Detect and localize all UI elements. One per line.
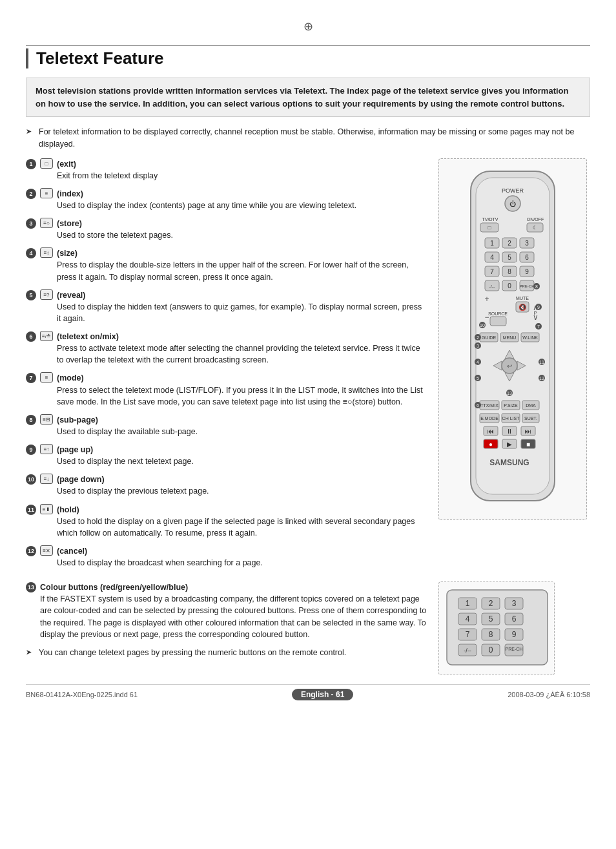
svg-text:⏸: ⏸ [506,428,513,435]
feature-desc-4: Press to display the double-size letters… [57,260,409,281]
section-title-block: Teletext Feature [26,48,590,68]
feature-icon-4: ≡↕ [40,247,53,258]
feature-num-7: 7 [26,373,36,383]
svg-text:⏻: ⏻ [509,200,516,207]
feature-text-6: (teletext on/mix) Press to activate tele… [57,331,428,366]
svg-text:☾: ☾ [533,225,537,231]
svg-text:●: ● [489,441,493,448]
svg-text:▶: ▶ [507,441,512,448]
svg-text:P.SIZE: P.SIZE [504,403,518,408]
svg-text:1: 1 [466,599,470,608]
svg-text:W.LINK: W.LINK [522,335,538,340]
svg-rect-48 [490,317,506,326]
feature-desc-2: Used to display the index (contents) pag… [57,201,356,210]
svg-text:5: 5 [477,376,479,381]
svg-text:0: 0 [489,645,493,655]
feature-num-2: 2 [26,189,36,199]
svg-text:DMA: DMA [526,403,536,408]
svg-text:10: 10 [480,323,485,328]
feature-label-3: (store) [57,219,82,228]
feature-desc-7: Press to select the teletext mode (LIST/… [57,386,423,406]
feature-text-5: (reveal) Used to display the hidden text… [57,289,428,324]
content-area: 1□(exit) Exit from the teletext display2… [26,158,590,576]
svg-text:6: 6 [512,614,517,624]
feature-label-9: (page up) [57,445,93,454]
feature-num-10: 10 [26,474,36,485]
feature-num-6: 6 [26,331,36,342]
svg-text:3: 3 [477,344,479,348]
feature-num-12: 12 [26,546,36,556]
feature-desc-12: Used to display the broadcast when searc… [57,558,263,567]
svg-text:PRE-CH: PRE-CH [519,284,534,288]
footer-left: BN68-01412A-X0Eng-0225.indd 61 [26,691,138,698]
feature-label-10: (page down) [57,475,105,484]
feature-icon-5: ≡? [40,289,53,300]
svg-text:P: P [534,311,537,315]
svg-text:13: 13 [507,391,512,395]
svg-text:↩: ↩ [507,362,512,370]
svg-text:8: 8 [535,284,538,289]
feature-item-6: 6≡/≛(teletext on/mix) Press to activate … [26,331,428,366]
page-badge: English - 61 [292,689,353,700]
svg-text:6: 6 [477,403,479,408]
svg-text:11: 11 [539,360,544,364]
intro-text: Most television stations provide written… [36,86,568,109]
feature-num-11: 11 [26,505,36,515]
svg-text:GUIDE: GUIDE [482,335,497,340]
top-divider [26,45,590,46]
feature-desc-9: Used to display the next teletext page. [57,457,194,466]
feature-item-10: 10≡↓(page down) Used to display the prev… [26,474,428,497]
svg-text:SOURCE: SOURCE [488,311,508,316]
feature-num-3: 3 [26,218,36,229]
note1: For teletext information to be displayed… [26,126,590,151]
svg-text:7: 7 [466,630,470,639]
svg-text:9: 9 [512,630,517,639]
remote-image: POWER ⏻ TV/DTV □ ON/OFF ☾ 1 2 [438,158,587,520]
feature-icon-3: ≡○ [40,218,53,228]
feature-text-1: (exit) Exit from the teletext display [57,158,428,182]
colour-desc: If the FASTEXT system is used by a broad… [40,593,428,640]
footer-right: 2008-03-09 ¿ÀÈÄ 6:10:58 [508,691,590,698]
feature-item-3: 3≡○(store) Used to store the teletext pa… [26,218,428,241]
feature-num-8: 8 [26,415,36,425]
feature-desc-11: Used to hold the display on a given page… [57,517,415,538]
feature-label-6: (teletext on/mix) [57,332,119,341]
numpad-svg: 1 2 3 4 5 6 7 8 9 [446,589,549,666]
feature-text-11: (hold) Used to hold the display on a giv… [57,504,428,539]
feature-label-1: (exit) [57,160,76,169]
feature-icon-2: ≡ [40,188,53,198]
bottom-right: 1 2 3 4 5 6 7 8 9 [438,582,590,675]
feature-desc-1: Exit from the teletext display [57,171,158,180]
feature-icon-1: □ [40,158,53,169]
feature-icon-8: ≡⊟ [40,414,53,424]
svg-text:4: 4 [466,614,470,624]
svg-text:+: + [484,295,489,304]
svg-text:1: 1 [490,240,494,247]
svg-text:TV/DTV: TV/DTV [482,217,498,222]
page-wrapper: ⊕ Teletext Feature Most television stati… [0,0,616,849]
feature-item-12: 12≡✕(cancel) Used to display the broadca… [26,545,428,569]
svg-text:8: 8 [508,268,511,275]
intro-box: Most television stations provide written… [26,78,590,117]
compass-icon: ⊕ [303,19,313,34]
feature-label-5: (reveal) [57,291,85,300]
remote-column: POWER ⏻ TV/DTV □ ON/OFF ☾ 1 2 [438,158,590,576]
feature-num-4: 4 [26,248,36,258]
feature-icon-6: ≡/≛ [40,331,53,341]
feature-text-3: (store) Used to store the teletext pages… [57,218,428,241]
svg-text:2: 2 [489,599,493,608]
feature-icon-11: ≡⏸ [40,504,53,514]
feature-desc-3: Used to store the teletext pages. [57,231,173,240]
note2: You can change teletext pages by pressin… [26,647,428,659]
feature-item-9: 9≡↑(page up) Used to display the next te… [26,444,428,467]
feature-icon-10: ≡↓ [40,474,53,484]
feature-icon-7: ≡ [40,372,53,383]
svg-text:7: 7 [490,268,494,275]
svg-text:6: 6 [525,254,529,261]
feature-text-4: (size) Press to display the double-size … [57,247,428,282]
colour-title: Colour buttons (red/green/yellow/blue) [40,582,428,593]
svg-text:⏭: ⏭ [525,428,531,435]
footer: BN68-01412A-X0Eng-0225.indd 61 English -… [26,684,590,700]
feature-item-2: 2≡(index) Used to display the index (con… [26,188,428,211]
feature-icon-9: ≡↑ [40,444,53,454]
